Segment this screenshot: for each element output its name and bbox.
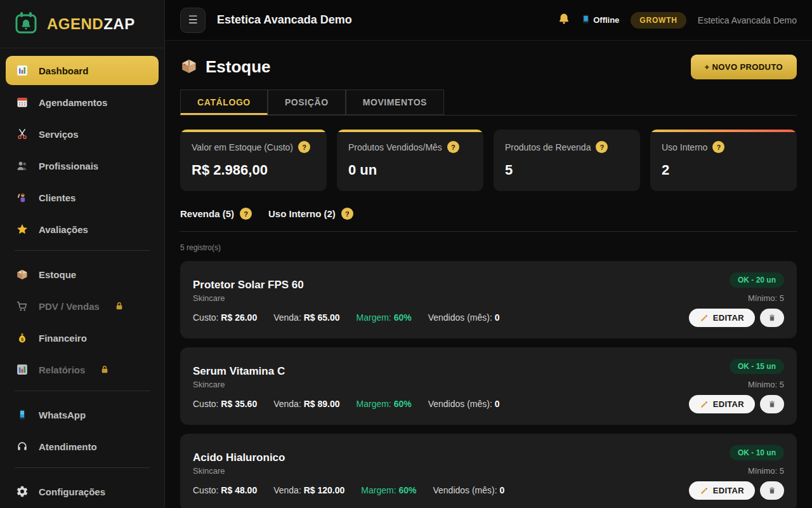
product-actions: OK - 20 un Mínimo: 5 EDITAR: [689, 272, 784, 327]
trash-icon: [768, 486, 776, 495]
edit-button[interactable]: EDITAR: [689, 481, 755, 500]
product-row: Acido Hialuronico Skincare Custo: R$ 48.…: [180, 434, 797, 508]
tab-movimentos[interactable]: MOVIMENTOS: [346, 90, 444, 115]
stat-card-revenda: Produtos de Revenda ? 5: [494, 130, 640, 191]
edit-button[interactable]: EDITAR: [689, 309, 755, 327]
product-actions: OK - 15 un Mínimo: 5 EDITAR: [689, 359, 784, 413]
shopping-cart-icon: [15, 299, 29, 313]
filter-uso-interno[interactable]: Uso Interno (2) ?: [268, 208, 353, 220]
logo-calendar-bell-icon: [14, 11, 38, 37]
delete-button[interactable]: [760, 395, 784, 413]
headphones-icon: [15, 439, 29, 453]
product-row: Protetor Solar FPS 60 Skincare Custo: R$…: [180, 261, 797, 338]
help-icon[interactable]: ?: [447, 141, 459, 153]
new-product-button[interactable]: + NOVO PRODUTO: [691, 55, 797, 79]
tab-catalogo[interactable]: CATÁLOGO: [180, 90, 268, 115]
filter-row: Revenda (5) ? Uso Interno (2) ?: [180, 208, 797, 220]
bar-chart-icon: [15, 363, 29, 377]
content: Estoque + NOVO PRODUTO CATÁLOGO POSIÇÃO …: [165, 41, 812, 508]
tab-posicao[interactable]: POSIÇÃO: [268, 90, 346, 115]
workspace-title: Estetica Avancada Demo: [217, 13, 352, 27]
phone-mini-icon: [582, 15, 589, 25]
sidebar-item-label: Serviços: [39, 129, 79, 140]
sidebar-item-label: Agendamentos: [39, 97, 107, 108]
product-row: Serum Vitamina C Skincare Custo: R$ 35.6…: [180, 347, 797, 425]
sidebar-divider: [15, 391, 150, 391]
delete-button[interactable]: [760, 309, 784, 327]
filter-revenda[interactable]: Revenda (5) ?: [180, 208, 252, 220]
sidebar-item-label: Dashboard: [39, 65, 88, 76]
help-icon[interactable]: ?: [240, 208, 252, 220]
stat-card-uso-interno: Uso Interno ? 2: [650, 130, 797, 191]
phone-icon: [15, 408, 29, 422]
sidebar-item-label: Financeiro: [39, 333, 87, 344]
stat-value: 0 un: [348, 162, 472, 178]
pencil-icon: [700, 400, 709, 409]
sidebar-nav: Dashboard Agendamentos Serviços Profissi…: [0, 48, 164, 508]
sold-metric: Vendidos (mês): 0: [428, 312, 500, 323]
sidebar-item-relatorios[interactable]: Relatórios: [6, 355, 159, 384]
divider: [180, 231, 797, 232]
sidebar-item-label: PDV / Vendas: [39, 301, 100, 312]
help-icon[interactable]: ?: [298, 141, 310, 153]
sidebar-divider: [15, 467, 150, 468]
sold-metric: Vendidos (mês): 0: [428, 399, 500, 409]
cost-metric: Custo: R$ 48.00: [193, 485, 257, 495]
records-count: 5 registro(s): [180, 243, 797, 252]
sidebar-item-label: Estoque: [39, 269, 76, 280]
bell-icon[interactable]: [557, 12, 571, 29]
sidebar-item-profissionais[interactable]: Profissionais: [6, 151, 159, 180]
product-actions: OK - 10 un Mínimo: 5 EDITAR: [689, 445, 784, 500]
sidebar-item-label: Avaliações: [39, 224, 88, 235]
edit-button[interactable]: EDITAR: [689, 395, 755, 413]
plan-badge: GROWTH: [631, 12, 686, 29]
money-bag-icon: $: [15, 331, 29, 345]
delete-button[interactable]: [760, 481, 784, 500]
product-info: Protetor Solar FPS 60 Skincare Custo: R$…: [193, 272, 500, 327]
sidebar-item-avaliacoes[interactable]: Avaliações: [6, 215, 159, 244]
sidebar-item-label: Clientes: [39, 192, 75, 203]
svg-text:$: $: [20, 337, 23, 342]
help-icon[interactable]: ?: [341, 208, 353, 220]
help-icon[interactable]: ?: [596, 141, 608, 153]
pencil-icon: [700, 314, 709, 323]
hamburger-menu-button[interactable]: ☰: [180, 8, 206, 33]
brand-name: AGENDZAP: [47, 15, 135, 33]
scissors-icon: [15, 127, 29, 141]
package-icon: [15, 267, 29, 281]
sidebar-item-configuracoes[interactable]: Configurações: [6, 477, 159, 506]
trash-icon: [768, 313, 776, 323]
minimum-stock-label: Mínimo: 5: [748, 380, 784, 389]
help-icon[interactable]: ?: [712, 141, 724, 153]
sidebar-item-pdv-vendas[interactable]: PDV / Vendas: [6, 291, 159, 321]
topbar: ☰ Estetica Avancada Demo Offline GROWTH …: [165, 0, 812, 41]
product-name: Protetor Solar FPS 60: [193, 279, 500, 291]
sidebar-item-label: Profissionais: [39, 161, 98, 171]
margin-metric: Margem: 60%: [357, 312, 412, 323]
margin-metric: Margem: 60%: [357, 399, 412, 409]
minimum-stock-label: Mínimo: 5: [748, 293, 784, 303]
sidebar-item-whatsapp[interactable]: WhatsApp: [6, 400, 159, 429]
cost-metric: Custo: R$ 26.00: [193, 312, 257, 323]
account-name: Estetica Avancada Demo: [698, 15, 797, 25]
stat-label: Uso Interno: [662, 142, 707, 152]
sidebar-item-label: Configurações: [39, 486, 105, 497]
stat-value: 2: [662, 162, 785, 178]
stock-status-badge: OK - 15 un: [730, 359, 784, 374]
sidebar-item-financeiro[interactable]: $ Financeiro: [6, 323, 159, 352]
topbar-right: Offline GROWTH Estetica Avancada Demo: [557, 12, 797, 29]
sidebar-item-atendimento[interactable]: Atendimento: [6, 432, 159, 461]
stat-label: Valor em Estoque (Custo): [192, 142, 293, 152]
sidebar-item-servicos[interactable]: Serviços: [6, 119, 159, 149]
sidebar-item-dashboard[interactable]: Dashboard: [6, 56, 159, 85]
product-name: Serum Vitamina C: [193, 365, 500, 378]
connection-status[interactable]: Offline: [582, 15, 619, 25]
sidebar-item-agendamentos[interactable]: Agendamentos: [6, 88, 159, 117]
page-title-row: Estoque + NOVO PRODUTO: [180, 55, 797, 79]
product-metrics: Custo: R$ 48.00 Venda: R$ 120.00 Margem:…: [193, 485, 504, 495]
sale-metric: Venda: R$ 89.00: [273, 399, 339, 409]
sidebar-item-estoque[interactable]: Estoque: [6, 260, 159, 289]
sidebar-item-clientes[interactable]: Clientes: [6, 183, 159, 212]
product-info: Serum Vitamina C Skincare Custo: R$ 35.6…: [193, 359, 500, 413]
stat-card-valor-estoque: Valor em Estoque (Custo) ? R$ 2.986,00: [180, 130, 327, 191]
